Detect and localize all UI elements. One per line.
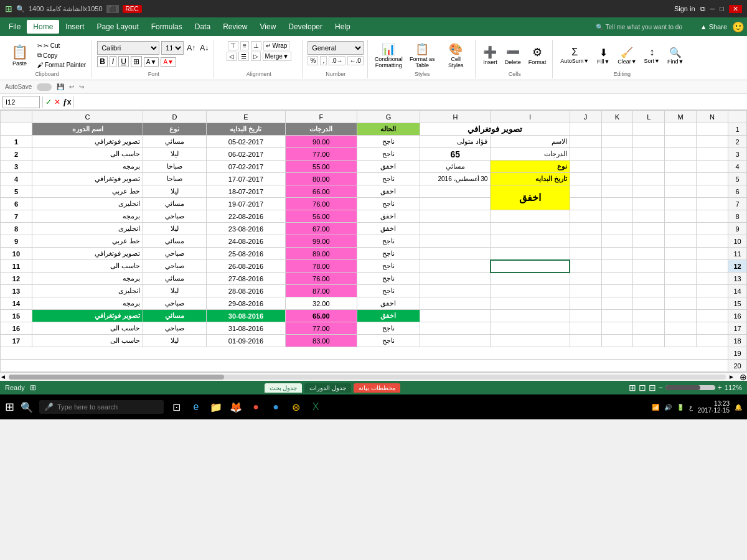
- cell-d12[interactable]: صباحي: [143, 260, 207, 273]
- search-taskbar-icon[interactable]: 🔍: [19, 399, 34, 414]
- cell-f13[interactable]: 76.00: [286, 273, 357, 285]
- cell-b2[interactable]: 1: [1, 136, 32, 148]
- cell-d8[interactable]: صباحي: [143, 210, 207, 223]
- cell-i3-label[interactable]: الدرجات: [491, 148, 570, 161]
- close-icon[interactable]: ✕: [729, 5, 742, 13]
- cell-l10[interactable]: [633, 235, 665, 248]
- cell-m1[interactable]: [665, 123, 697, 136]
- cell-g2[interactable]: ناجح: [357, 136, 420, 148]
- cell-n12[interactable]: [697, 260, 728, 273]
- cell-d11[interactable]: صباحي: [143, 248, 207, 260]
- find-select-button[interactable]: 🔍 Find▼: [665, 45, 686, 66]
- cell-k5[interactable]: [601, 173, 633, 185]
- cell-c7[interactable]: انجليزى: [32, 198, 143, 210]
- cell-l16[interactable]: [633, 310, 665, 322]
- wrap-text-button[interactable]: ↵ Wrap: [263, 41, 290, 50]
- cell-i8[interactable]: [491, 210, 570, 223]
- tab-charts[interactable]: مخططات بيانه: [354, 383, 400, 393]
- cell-19-empty[interactable]: [1, 347, 728, 360]
- cell-j11[interactable]: [570, 248, 601, 260]
- cell-j17[interactable]: [570, 322, 601, 335]
- cell-k2[interactable]: [601, 136, 633, 148]
- cell-g14[interactable]: ناجح: [357, 285, 420, 297]
- underline-button[interactable]: U: [118, 56, 129, 67]
- col-m[interactable]: M: [665, 111, 697, 123]
- cell-f8[interactable]: 56.00: [286, 210, 357, 223]
- cell-reference-box[interactable]: I12: [2, 96, 40, 108]
- cell-f15[interactable]: 32.00: [286, 297, 357, 310]
- cell-e18[interactable]: 01-09-2016: [206, 335, 285, 347]
- cell-e10[interactable]: 24-08-2016: [206, 235, 285, 248]
- align-middle-button[interactable]: ≡: [240, 41, 249, 50]
- cell-e9[interactable]: 23-08-2016: [206, 223, 285, 235]
- menu-view[interactable]: View: [254, 20, 283, 34]
- cell-m10[interactable]: [665, 235, 697, 248]
- cell-c1[interactable]: اسم الدوره: [32, 123, 143, 136]
- cell-styles-button[interactable]: 🎨 Cell Styles: [440, 41, 471, 70]
- cell-k3[interactable]: [601, 148, 633, 161]
- cell-g3[interactable]: ناجح: [357, 148, 420, 161]
- cell-k10[interactable]: [601, 235, 633, 248]
- cell-f1[interactable]: الدرجات: [286, 123, 357, 136]
- cell-j5[interactable]: [570, 173, 601, 185]
- cell-j4[interactable]: [570, 161, 601, 173]
- sheet-scroll[interactable]: N M L K J I H G F E D C 1: [0, 110, 747, 372]
- cell-l18[interactable]: [633, 335, 665, 347]
- checkmark-icon[interactable]: ✓: [45, 98, 52, 106]
- task-view-icon[interactable]: ⊡: [169, 399, 184, 414]
- cell-c13[interactable]: برمجه: [32, 273, 143, 285]
- cell-e2[interactable]: 05-02-2017: [206, 136, 285, 148]
- cell-b5[interactable]: 4: [1, 173, 32, 185]
- cell-b11[interactable]: 10: [1, 248, 32, 260]
- cell-l4[interactable]: [633, 161, 665, 173]
- cell-i18[interactable]: [491, 335, 570, 347]
- col-f[interactable]: F: [286, 111, 357, 123]
- cell-i1[interactable]: تصوير فوتغرافي: [420, 123, 570, 136]
- cell-e15[interactable]: 29-08-2016: [206, 297, 285, 310]
- cell-h5-value[interactable]: 30 أغسطس، 2016: [420, 173, 491, 185]
- cell-c14[interactable]: انجليزى: [32, 285, 143, 297]
- cell-h10[interactable]: [420, 235, 491, 248]
- cell-e3[interactable]: 06-02-2017: [206, 148, 285, 161]
- cell-i13[interactable]: [491, 273, 570, 285]
- italic-button[interactable]: I: [110, 56, 116, 67]
- cell-h13[interactable]: [420, 273, 491, 285]
- excel-taskbar-icon[interactable]: X: [308, 399, 323, 414]
- cell-m11[interactable]: [665, 248, 697, 260]
- restore-icon[interactable]: ⧉: [700, 5, 705, 13]
- cell-i15[interactable]: [491, 297, 570, 310]
- cell-m12[interactable]: [665, 260, 697, 273]
- cell-b7[interactable]: 6: [1, 198, 32, 210]
- scroll-left-icon[interactable]: ◄: [0, 373, 6, 380]
- search-bar[interactable]: 🎤 Type here to search: [39, 400, 164, 414]
- cell-k7[interactable]: [601, 198, 633, 210]
- menu-developer[interactable]: Developer: [282, 20, 329, 34]
- insert-button[interactable]: ➕ Insert: [481, 44, 500, 67]
- cell-f18[interactable]: 83.00: [286, 335, 357, 347]
- cell-n4[interactable]: [697, 161, 728, 173]
- cell-f7[interactable]: 76.00: [286, 198, 357, 210]
- firefox-icon[interactable]: 🦊: [228, 399, 243, 414]
- cell-l13[interactable]: [633, 273, 665, 285]
- cell-d17[interactable]: صباحي: [143, 322, 207, 335]
- cell-f4[interactable]: 55.00: [286, 161, 357, 173]
- cell-g5[interactable]: ناجح: [357, 173, 420, 185]
- cell-f14[interactable]: 87.00: [286, 285, 357, 297]
- cell-l12[interactable]: [633, 260, 665, 273]
- format-as-table-button[interactable]: 📋 Format as Table: [406, 41, 438, 70]
- cell-b10[interactable]: 9: [1, 235, 32, 248]
- app1-icon[interactable]: ●: [248, 399, 263, 414]
- cell-i16[interactable]: [491, 310, 570, 322]
- cell-b14[interactable]: 13: [1, 285, 32, 297]
- cell-h9[interactable]: [420, 223, 491, 235]
- grow-font-button[interactable]: A↑: [186, 43, 197, 53]
- cell-g16[interactable]: اخفق: [357, 310, 420, 322]
- app2-icon[interactable]: ●: [268, 399, 283, 414]
- cell-h14[interactable]: [420, 285, 491, 297]
- cell-e4[interactable]: 07-02-2017: [206, 161, 285, 173]
- cell-f10[interactable]: 99.00: [286, 235, 357, 248]
- cell-e13[interactable]: 27-08-2016: [206, 273, 285, 285]
- cell-m4[interactable]: [665, 161, 697, 173]
- cell-j16[interactable]: [570, 310, 601, 322]
- cell-d4[interactable]: صباحا: [143, 161, 207, 173]
